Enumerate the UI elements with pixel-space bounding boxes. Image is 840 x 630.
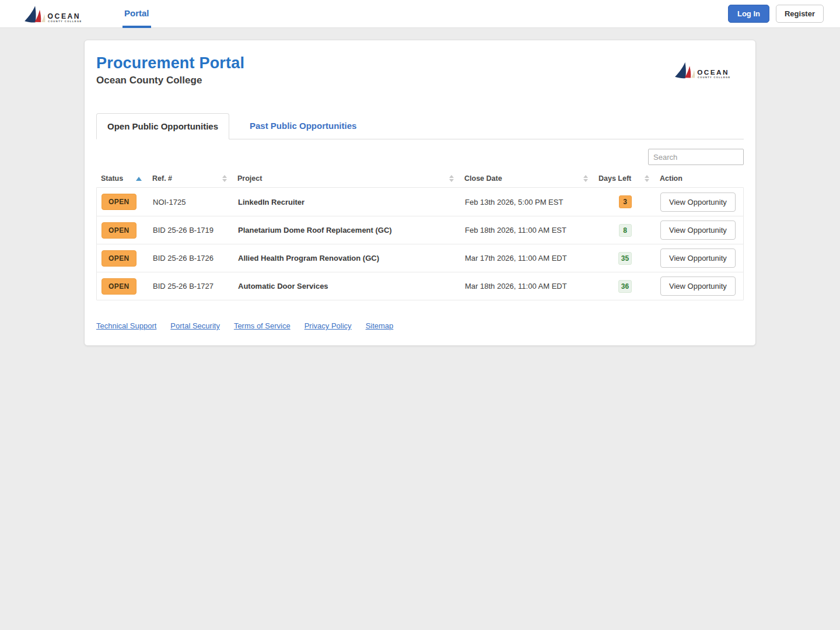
- brand-name-text: OCEAN: [48, 12, 81, 20]
- ref-cell: BID 25-26 B-1719: [148, 226, 233, 235]
- status-cell: OPEN: [97, 222, 148, 239]
- tab-past-public-opportunities[interactable]: Past Public Opportunities: [239, 113, 367, 139]
- action-cell: View Opportunity: [656, 249, 743, 268]
- close-date-cell: Mar 18th 2026, 11:00 AM EDT: [460, 282, 594, 290]
- search-row: [96, 149, 744, 165]
- sort-toggle-icon: [583, 175, 588, 182]
- table-row: OPEN BID 25-26 B-1726 Allied Health Prog…: [97, 244, 743, 272]
- screen: OCEAN COUNTY COLLEGE Portal Log In Regis…: [0, 0, 840, 630]
- project-cell: Allied Health Program Renovation (GC): [233, 254, 460, 262]
- register-button[interactable]: Register: [776, 5, 824, 23]
- status-badge: OPEN: [102, 250, 136, 267]
- days-left-badge: 36: [618, 280, 632, 293]
- page-subtitle: Ocean County College: [96, 75, 244, 86]
- column-header-action: Action: [655, 170, 744, 187]
- nav-actions: Log In Register: [728, 0, 824, 27]
- days-left-cell: 3: [594, 195, 656, 208]
- column-header-status[interactable]: Status: [96, 170, 148, 187]
- view-opportunity-button[interactable]: View Opportunity: [660, 276, 736, 296]
- ref-cell: BID 25-26 B-1726: [148, 254, 233, 262]
- search-input[interactable]: [648, 149, 744, 165]
- tab-open-public-opportunities[interactable]: Open Public Opportunities: [96, 113, 229, 139]
- status-cell: OPEN: [97, 194, 148, 210]
- column-header-days-left[interactable]: Days Left: [594, 170, 655, 187]
- days-left-cell: 36: [594, 280, 656, 293]
- status-badge: OPEN: [102, 222, 136, 239]
- sort-toggle-icon: [645, 175, 649, 182]
- column-header-close-date[interactable]: Close Date: [460, 170, 594, 187]
- action-cell: View Opportunity: [656, 276, 743, 296]
- status-badge: OPEN: [102, 194, 136, 210]
- table-header-row: Status Ref. # Project Close Date Days Le…: [96, 170, 744, 187]
- column-label-ref: Ref. #: [152, 174, 172, 183]
- status-badge: OPEN: [102, 278, 136, 295]
- column-label-status: Status: [101, 174, 123, 183]
- sort-toggle-icon: [449, 175, 454, 182]
- opportunities-table-body: OPEN NOI-1725 LinkedIn Recruiter Feb 13t…: [96, 187, 744, 300]
- view-opportunity-button[interactable]: View Opportunity: [660, 249, 736, 268]
- nav-brand-logo[interactable]: OCEAN COUNTY COLLEGE: [23, 0, 94, 27]
- days-left-cell: 8: [594, 224, 656, 237]
- close-date-cell: Feb 18th 2026, 11:00 AM EST: [460, 226, 594, 235]
- project-cell: Automatic Door Services: [233, 282, 460, 290]
- view-opportunity-button[interactable]: View Opportunity: [660, 192, 736, 212]
- days-left-badge: 35: [618, 252, 632, 265]
- sort-toggle-icon: [222, 175, 227, 182]
- days-left-cell: 35: [594, 252, 656, 265]
- procurement-portal-card: Procurement Portal Ocean County College …: [84, 40, 756, 346]
- sitemap-link[interactable]: Sitemap: [366, 321, 394, 330]
- table-row: OPEN NOI-1725 LinkedIn Recruiter Feb 13t…: [97, 188, 743, 216]
- top-navigation-bar: OCEAN COUNTY COLLEGE Portal Log In Regis…: [0, 0, 840, 28]
- brand-tagline-text: COUNTY COLLEGE: [698, 76, 731, 79]
- status-cell: OPEN: [97, 278, 148, 295]
- nav-spacer: [151, 0, 728, 27]
- table-row: OPEN BID 25-26 B-1727 Automatic Door Ser…: [97, 272, 743, 300]
- card-header: Procurement Portal Ocean County College …: [96, 54, 744, 86]
- view-opportunity-button[interactable]: View Opportunity: [660, 220, 736, 240]
- table-row: OPEN BID 25-26 B-1719 Planetarium Dome R…: [97, 216, 743, 244]
- card-footer-links: Technical Support Portal Security Terms …: [96, 321, 744, 334]
- card-titles: Procurement Portal Ocean County College: [96, 54, 244, 86]
- technical-support-link[interactable]: Technical Support: [96, 321, 156, 330]
- action-cell: View Opportunity: [656, 220, 743, 240]
- column-label-close-date: Close Date: [464, 174, 502, 183]
- ref-cell: NOI-1725: [148, 198, 233, 206]
- log-in-button[interactable]: Log In: [728, 5, 769, 23]
- column-header-ref[interactable]: Ref. #: [148, 170, 233, 187]
- project-cell: Planetarium Dome Roof Replacement (GC): [233, 226, 460, 235]
- status-cell: OPEN: [97, 250, 148, 267]
- column-header-project[interactable]: Project: [233, 170, 460, 187]
- days-left-badge: 3: [619, 195, 632, 208]
- column-label-project: Project: [237, 174, 262, 183]
- ref-cell: BID 25-26 B-1727: [148, 282, 233, 290]
- column-label-action: Action: [660, 174, 682, 183]
- ocean-county-college-logo-icon: OCEAN COUNTY COLLEGE: [674, 54, 743, 86]
- close-date-cell: Mar 17th 2026, 11:00 AM EDT: [460, 254, 594, 262]
- action-cell: View Opportunity: [656, 192, 743, 212]
- brand-name-text: OCEAN: [697, 68, 729, 76]
- opportunities-tabs: Open Public Opportunities Past Public Op…: [96, 113, 744, 139]
- portal-security-link[interactable]: Portal Security: [170, 321, 220, 330]
- terms-of-service-link[interactable]: Terms of Service: [234, 321, 290, 330]
- days-left-badge: 8: [619, 224, 632, 237]
- privacy-policy-link[interactable]: Privacy Policy: [304, 321, 352, 330]
- project-cell: LinkedIn Recruiter: [233, 198, 460, 206]
- page-title: Procurement Portal: [96, 54, 244, 72]
- column-label-days-left: Days Left: [598, 174, 631, 183]
- ocean-county-college-logo-icon: OCEAN COUNTY COLLEGE: [23, 3, 94, 25]
- brand-tagline-text: COUNTY COLLEGE: [48, 20, 82, 23]
- close-date-cell: Feb 13th 2026, 5:00 PM EST: [460, 198, 594, 206]
- sort-ascending-icon: [136, 177, 142, 181]
- nav-tab-portal[interactable]: Portal: [123, 0, 151, 28]
